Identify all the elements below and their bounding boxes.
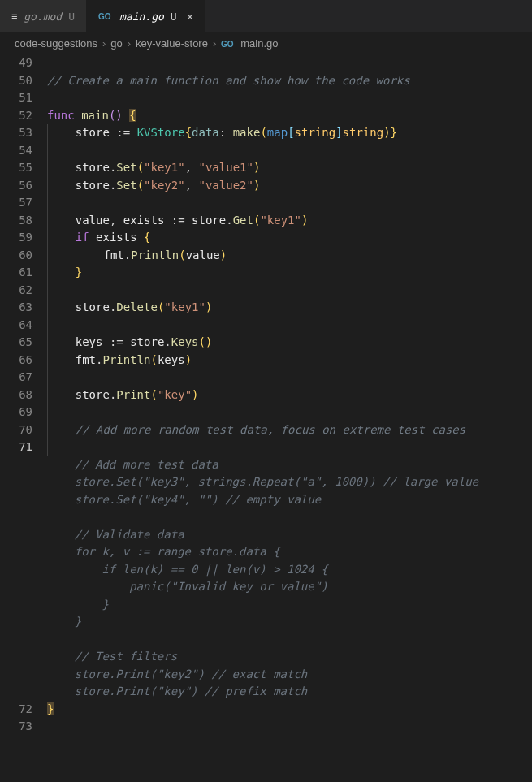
suggestion-line: if len(k) == 0 || len(v) > 1024 { <box>47 561 478 579</box>
tab-modified-indicator: U <box>171 11 177 23</box>
code-content[interactable]: // Create a main function and show how t… <box>47 54 478 736</box>
code-line[interactable]: store.Set("key2", "value2") <box>47 177 478 195</box>
suggestion-line: store.Print("key") // prefix match <box>47 683 478 701</box>
code-line[interactable]: store.Set("key1", "value1") <box>47 159 478 177</box>
line-number: 66 <box>0 352 32 369</box>
go-file-icon: GO <box>221 39 236 49</box>
line-number: 60 <box>0 247 32 265</box>
suggestion-line: // Test filters <box>47 648 478 666</box>
line-number <box>0 508 32 526</box>
line-number <box>0 648 32 666</box>
editor-tabs: ≡ go.mod U GO main.go U ✕ <box>0 0 532 32</box>
tab-filename: main.go <box>119 11 164 23</box>
breadcrumb-item[interactable]: main.go <box>240 37 278 50</box>
breadcrumb-item[interactable]: go <box>110 37 122 50</box>
suggestion-line: for k, v := range store.data { <box>47 543 478 561</box>
line-number <box>0 596 32 614</box>
code-line[interactable]: store.Print("key") <box>47 387 478 404</box>
code-line[interactable] <box>47 317 478 335</box>
line-number: 58 <box>0 212 32 230</box>
line-number: 72 <box>0 701 32 719</box>
line-number: 51 <box>0 89 32 107</box>
code-line[interactable] <box>47 142 478 160</box>
code-line[interactable]: value, exists := store.Get("key1") <box>47 212 478 230</box>
line-number: 71 <box>0 439 32 456</box>
line-number: 50 <box>0 72 32 90</box>
chevron-right-icon: › <box>102 37 106 50</box>
svg-text:GO: GO <box>221 40 234 49</box>
code-line[interactable]: store.Delete("key1") <box>47 299 478 317</box>
code-line[interactable] <box>47 718 478 736</box>
suggestion-line: } <box>47 596 478 614</box>
line-number: 52 <box>0 107 32 125</box>
line-number <box>0 473 32 491</box>
line-number <box>0 683 32 701</box>
suggestion-line: store.Print("key2") // exact match <box>47 666 478 684</box>
line-number <box>0 666 32 684</box>
code-line[interactable] <box>47 54 478 72</box>
suggestion-line: // Validate data <box>47 526 478 544</box>
code-line[interactable] <box>47 89 478 107</box>
line-number: 64 <box>0 317 32 335</box>
line-number <box>0 526 32 544</box>
line-number: 61 <box>0 264 32 282</box>
line-number: 68 <box>0 387 32 404</box>
line-number: 62 <box>0 282 32 300</box>
line-number: 67 <box>0 369 32 387</box>
code-line[interactable]: // Add more random test data, focus on e… <box>47 421 478 439</box>
suggestion-line: panic("Invalid key or value") <box>47 578 478 596</box>
code-line[interactable] <box>47 369 478 387</box>
tab-main-go[interactable]: GO main.go U ✕ <box>87 0 205 32</box>
suggestion-line: // Add more test data <box>47 456 478 474</box>
line-number: 65 <box>0 334 32 352</box>
line-number <box>0 491 32 509</box>
line-number: 54 <box>0 142 32 160</box>
breadcrumb-item[interactable]: code-suggestions <box>15 37 97 50</box>
code-editor[interactable]: 4950515253545556575859606162636465666768… <box>0 54 532 736</box>
line-number: 53 <box>0 124 32 142</box>
svg-text:GO: GO <box>98 12 111 21</box>
tab-go-mod[interactable]: ≡ go.mod U <box>0 0 87 32</box>
line-number: 49 <box>0 54 32 72</box>
code-line[interactable]: fmt.Println(value) <box>47 247 478 265</box>
line-number <box>0 543 32 561</box>
suggestion-line: } <box>47 613 478 631</box>
line-number: 55 <box>0 159 32 177</box>
line-number: 57 <box>0 194 32 212</box>
line-number: 69 <box>0 404 32 421</box>
line-number: 73 <box>0 718 32 736</box>
close-icon[interactable]: ✕ <box>187 10 193 23</box>
line-number <box>0 561 32 579</box>
code-line[interactable]: keys := store.Keys() <box>47 334 478 352</box>
inline-suggestion[interactable]: // Add more test data store.Set("key3", … <box>47 456 478 701</box>
breadcrumb[interactable]: code-suggestions › go › key-value-store … <box>0 32 532 54</box>
line-number: 70 <box>0 421 32 439</box>
chevron-right-icon: › <box>128 37 131 50</box>
suggestion-line: store.Set("key3", strings.Repeat("a", 10… <box>47 473 478 491</box>
line-gutter: 4950515253545556575859606162636465666768… <box>0 54 47 736</box>
mod-file-icon: ≡ <box>11 11 17 22</box>
code-line[interactable]: func main() { <box>47 107 478 125</box>
code-line[interactable] <box>47 194 478 212</box>
code-line[interactable]: if exists { <box>47 229 478 247</box>
tab-modified-indicator: U <box>68 11 75 23</box>
code-line[interactable]: } <box>47 264 478 282</box>
code-line[interactable]: store := KVStore{data: make(map[string]s… <box>47 124 478 142</box>
code-line[interactable]: // Create a main function and show how t… <box>47 72 478 90</box>
go-file-icon: GO <box>98 11 113 21</box>
breadcrumb-item[interactable]: key-value-store <box>136 37 208 50</box>
suggestion-line <box>47 508 478 526</box>
tab-filename: go.mod <box>24 11 62 23</box>
chevron-right-icon: › <box>213 37 216 50</box>
line-number: 59 <box>0 229 32 247</box>
line-number: 56 <box>0 177 32 195</box>
line-number <box>0 456 32 474</box>
code-line[interactable]: } <box>47 701 478 719</box>
code-line[interactable] <box>47 282 478 300</box>
code-line[interactable] <box>47 404 478 421</box>
line-number <box>0 578 32 596</box>
code-line[interactable] <box>47 439 478 456</box>
line-number <box>0 613 32 631</box>
code-line[interactable]: fmt.Println(keys) <box>47 352 478 369</box>
suggestion-line: store.Set("key4", "") // empty value <box>47 491 478 509</box>
